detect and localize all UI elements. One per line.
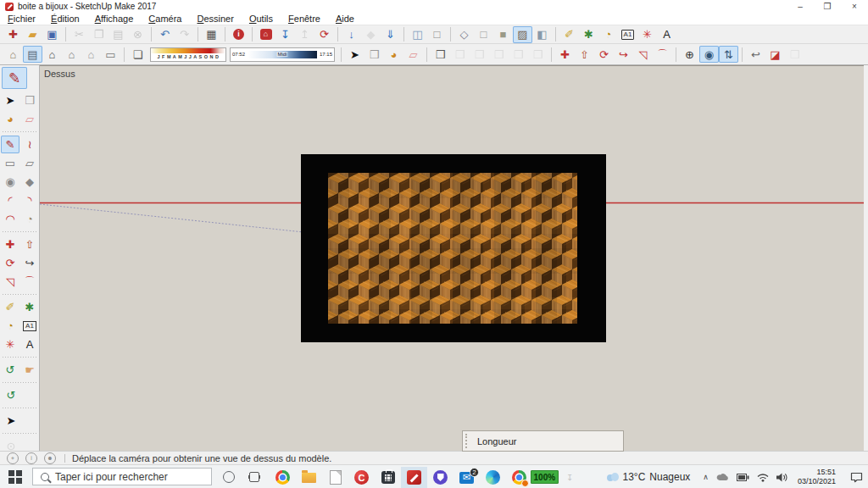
shaded-textures-icon[interactable]: ▨ bbox=[513, 26, 532, 43]
tool-arc[interactable]: ◜ bbox=[1, 191, 19, 209]
subtract-icon[interactable]: ❒ bbox=[470, 46, 489, 63]
tool-eraser[interactable]: ▱ bbox=[20, 110, 39, 128]
taskbar-edge[interactable] bbox=[480, 467, 506, 488]
cortana-icon[interactable] bbox=[223, 471, 235, 483]
battery-percentage-badge[interactable]: 100% bbox=[531, 470, 559, 484]
share-model-icon[interactable]: ↥ bbox=[295, 26, 314, 43]
redo-icon[interactable]: ↷ bbox=[175, 26, 194, 43]
tool-select-2[interactable]: ➤ bbox=[2, 412, 20, 430]
menu-affichage[interactable]: Affichage bbox=[87, 14, 142, 24]
back-edges-icon[interactable]: □ bbox=[427, 26, 447, 43]
shadow-date-slider[interactable]: J F M A M J J A S O N D bbox=[150, 47, 226, 62]
signin-icon[interactable]: ☻ bbox=[44, 452, 56, 464]
menu-outils[interactable]: Outils bbox=[242, 14, 281, 24]
battery-icon[interactable] bbox=[737, 474, 749, 481]
task-view-icon[interactable] bbox=[249, 472, 259, 482]
paste-icon[interactable]: ▤ bbox=[108, 26, 128, 43]
tool-paint-bucket[interactable]: ◕ bbox=[1, 110, 19, 128]
taskbar-explorer[interactable] bbox=[296, 467, 322, 488]
paint-bucket-icon[interactable]: ◕ bbox=[384, 46, 403, 63]
print-icon[interactable]: ▦ bbox=[202, 26, 221, 43]
tool-pan[interactable]: ☛ bbox=[20, 361, 39, 379]
previous-view-icon[interactable]: ↩ bbox=[746, 46, 765, 63]
section-display-icon[interactable]: ❒ bbox=[785, 46, 804, 63]
tool-rotate[interactable]: ⟳ bbox=[1, 254, 19, 272]
front-view-icon[interactable]: ⌂ bbox=[42, 46, 62, 63]
iso-view-icon[interactable]: ⌂ bbox=[3, 46, 23, 63]
tool-pie[interactable]: ◔ bbox=[20, 210, 39, 228]
tool-orbit[interactable]: ↺ bbox=[1, 361, 19, 379]
shadows-toggle-icon[interactable]: ❏ bbox=[128, 46, 147, 63]
protractor-icon[interactable]: ◔ bbox=[598, 26, 618, 43]
push-pull-icon[interactable]: ⇧ bbox=[575, 46, 594, 63]
cut-icon[interactable]: ✂ bbox=[70, 26, 89, 43]
top-view-icon[interactable]: ▤ bbox=[23, 46, 42, 63]
left-view-icon[interactable]: ▭ bbox=[101, 46, 120, 63]
tool-axes[interactable]: ✳ bbox=[1, 336, 19, 353]
onedrive-icon[interactable] bbox=[716, 473, 729, 481]
3d-warehouse-icon[interactable]: ⌂ bbox=[256, 26, 275, 43]
menu-fichier[interactable]: Fichier bbox=[0, 14, 43, 24]
undo-icon[interactable]: ↶ bbox=[155, 26, 175, 43]
section-plane-icon[interactable]: ◪ bbox=[765, 46, 785, 63]
tool-3point-arc[interactable]: ◠ bbox=[1, 210, 19, 228]
tool-text[interactable]: A1 bbox=[20, 317, 39, 335]
taskbar-sketchup[interactable] bbox=[401, 467, 427, 488]
menu-camera[interactable]: Caméra bbox=[141, 14, 189, 24]
download-model-icon[interactable]: ↓ bbox=[342, 26, 361, 43]
tool-push-pull[interactable]: ⇧ bbox=[20, 236, 39, 253]
shadow-time-slider[interactable]: 07:52 Midi 17:15 bbox=[230, 47, 335, 62]
back-view-icon[interactable]: ⌂ bbox=[81, 46, 101, 63]
toolbar-grip[interactable] bbox=[465, 434, 470, 448]
intersect-icon[interactable]: ❒ bbox=[509, 46, 528, 63]
offset-icon[interactable]: ⌒ bbox=[653, 46, 672, 63]
tool-freehand[interactable]: ≀ bbox=[20, 136, 39, 153]
tool-move[interactable]: ✚ bbox=[1, 236, 19, 253]
text-tool-icon[interactable]: A1 bbox=[618, 26, 637, 43]
tool-rectangle[interactable]: ▭ bbox=[1, 154, 19, 172]
component-icon[interactable]: ◆ bbox=[361, 26, 381, 43]
get-models-icon[interactable]: ↧ bbox=[275, 26, 295, 43]
follow-me-icon[interactable]: ↪ bbox=[614, 46, 633, 63]
outer-shell-icon[interactable]: ❒ bbox=[431, 46, 450, 63]
volume-icon[interactable] bbox=[776, 473, 788, 482]
rotate-icon[interactable]: ⟳ bbox=[594, 46, 614, 63]
taskbar-search[interactable]: Taper ici pour rechercher bbox=[32, 468, 212, 485]
notification-center-icon[interactable] bbox=[850, 472, 863, 483]
make-component-icon[interactable]: ❒ bbox=[364, 46, 384, 63]
menu-edition[interactable]: Édition bbox=[43, 14, 87, 24]
taskbar-avira[interactable] bbox=[427, 467, 453, 488]
trim-icon[interactable]: ❒ bbox=[489, 46, 509, 63]
open-icon[interactable]: ▰ bbox=[23, 26, 42, 43]
copy-icon[interactable]: ❐ bbox=[89, 26, 108, 43]
tool-line[interactable]: ✎ bbox=[1, 136, 19, 153]
current-tool-line-icon[interactable]: ✎ bbox=[2, 67, 27, 89]
erase-icon[interactable]: ⊗ bbox=[128, 26, 147, 43]
position-camera-icon[interactable]: ⊕ bbox=[680, 46, 699, 63]
weather-widget[interactable]: 13°C Nuageux bbox=[605, 471, 691, 483]
tool-circle[interactable]: ◉ bbox=[1, 173, 19, 191]
look-around-icon[interactable]: ◉ bbox=[699, 46, 719, 63]
tool-select[interactable]: ➤ bbox=[1, 92, 19, 109]
import-figure-icon[interactable]: ⇓ bbox=[381, 26, 400, 43]
geolocation-icon[interactable]: ⌖ bbox=[7, 452, 19, 464]
axes-icon[interactable]: ✳ bbox=[637, 26, 657, 43]
scale-icon[interactable]: ◹ bbox=[633, 46, 653, 63]
menu-fenetre[interactable]: Fenêtre bbox=[281, 14, 328, 24]
wifi-icon[interactable] bbox=[757, 473, 769, 482]
model-info-icon[interactable]: i bbox=[229, 26, 248, 43]
walk-icon[interactable]: ⇅ bbox=[719, 46, 738, 63]
taskbar-chrome-profile[interactable] bbox=[506, 467, 532, 488]
restore-button[interactable]: ❐ bbox=[814, 0, 841, 13]
3d-text-icon[interactable]: A bbox=[657, 26, 676, 43]
tool-follow-me[interactable]: ↪ bbox=[20, 254, 39, 272]
shaded-icon[interactable]: ■ bbox=[493, 26, 513, 43]
menu-dessiner[interactable]: Dessiner bbox=[189, 14, 241, 24]
tool-polygon[interactable]: ◆ bbox=[20, 173, 39, 191]
hidden-line-icon[interactable]: □ bbox=[474, 26, 493, 43]
measurement-value-field[interactable] bbox=[517, 431, 624, 451]
taskbar-chrome[interactable] bbox=[270, 467, 296, 488]
tool-dimension[interactable]: ✱ bbox=[20, 298, 39, 316]
start-button[interactable] bbox=[8, 470, 22, 484]
tool-protractor[interactable]: ◔ bbox=[1, 317, 19, 335]
